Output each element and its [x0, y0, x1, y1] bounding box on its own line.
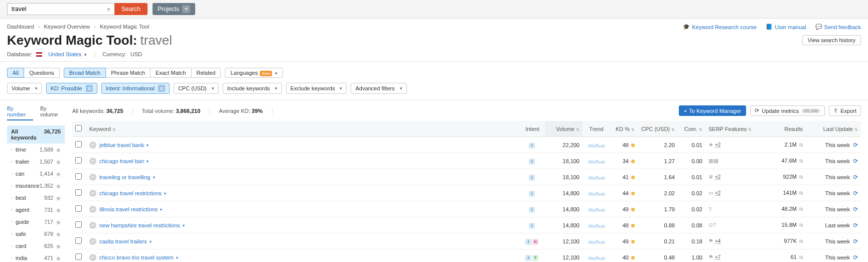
refresh-icon[interactable]: ⟳: [853, 142, 858, 149]
serp-more[interactable]: +7: [715, 254, 720, 260]
eye-icon[interactable]: ◉: [56, 159, 61, 165]
update-metrics-button[interactable]: ⟳Update metrics0/5,000: [750, 105, 825, 116]
chevron-down-icon[interactable]: ▾: [183, 223, 185, 228]
close-icon[interactable]: ✕: [86, 85, 93, 92]
serp-more[interactable]: +2: [715, 190, 720, 196]
tab-questions[interactable]: Questions: [24, 68, 60, 78]
side-tab-volume[interactable]: By volume: [40, 105, 65, 120]
external-link-icon[interactable]: ⧉: [799, 158, 803, 164]
tab-related[interactable]: Related: [191, 68, 221, 78]
keyword-link[interactable]: illinois travel restrictions: [99, 206, 158, 212]
col-results[interactable]: Results: [766, 121, 806, 137]
eye-icon[interactable]: ◉: [56, 147, 61, 153]
add-icon[interactable]: +: [89, 174, 96, 181]
external-link-icon[interactable]: ⧉: [799, 238, 803, 244]
row-checkbox[interactable]: [75, 157, 82, 164]
row-checkbox[interactable]: [75, 237, 82, 244]
add-icon[interactable]: +: [89, 254, 96, 261]
col-cpc[interactable]: CPC (USD)⇅: [638, 121, 678, 137]
row-checkbox[interactable]: [75, 253, 82, 260]
clear-search-icon[interactable]: ×: [106, 6, 114, 13]
search-input[interactable]: [7, 3, 117, 15]
tab-broad[interactable]: Broad Match: [64, 68, 106, 78]
row-checkbox[interactable]: [75, 173, 82, 180]
refresh-icon[interactable]: ⟳: [853, 174, 858, 181]
sidebar-item-india[interactable]: ›india471◉: [7, 252, 65, 262]
pill-advanced[interactable]: Advanced filters▾: [351, 83, 406, 94]
eye-icon[interactable]: ◉: [56, 231, 61, 237]
row-checkbox[interactable]: [75, 189, 82, 196]
chevron-down-icon[interactable]: ▾: [160, 207, 162, 212]
keyword-link[interactable]: chicago travel ban: [99, 158, 144, 164]
tab-all[interactable]: All: [7, 68, 24, 78]
col-volume[interactable]: Volume⇅: [545, 121, 583, 137]
pill-intent[interactable]: Intent: Informational✕: [101, 83, 170, 94]
link-course[interactable]: 🎓Keyword Research course: [683, 24, 757, 30]
col-kd[interactable]: KD %⇅: [610, 121, 638, 137]
export-button[interactable]: ⇪Export: [829, 105, 861, 116]
pill-volume[interactable]: Volume▾: [7, 83, 42, 94]
add-icon[interactable]: +: [89, 190, 96, 197]
chevron-down-icon[interactable]: ▾: [150, 239, 152, 244]
pill-include[interactable]: Include keywords▾: [223, 83, 282, 94]
projects-button[interactable]: Projects +: [153, 3, 195, 15]
to-keyword-manager-button[interactable]: +To Keyword Manager: [679, 105, 746, 116]
link-manual[interactable]: 📘User manual: [766, 24, 806, 30]
add-icon[interactable]: +: [89, 222, 96, 229]
tab-phrase[interactable]: Phrase Match: [105, 68, 151, 78]
side-tab-number[interactable]: By number: [7, 105, 33, 120]
chevron-down-icon[interactable]: ▾: [147, 159, 149, 164]
col-updated[interactable]: Last Update⇅: [806, 121, 861, 137]
pill-exclude[interactable]: Exclude keywords▾: [286, 83, 347, 94]
chevron-down-icon[interactable]: ▾: [176, 255, 178, 260]
chevron-down-icon[interactable]: ▾: [153, 175, 155, 180]
refresh-icon[interactable]: ⟳: [853, 206, 858, 213]
keyword-link[interactable]: chicco bravo trio travel system: [99, 254, 174, 260]
refresh-icon[interactable]: ⟳: [853, 222, 858, 229]
external-link-icon[interactable]: ⧉: [799, 206, 803, 212]
eye-icon[interactable]: ◉: [56, 255, 61, 261]
col-com[interactable]: Com.⇅: [678, 121, 705, 137]
pill-kd[interactable]: KD: Possible✕: [46, 83, 97, 94]
row-checkbox[interactable]: [75, 221, 82, 228]
external-link-icon[interactable]: ⧉: [799, 142, 803, 148]
external-link-icon[interactable]: ⧉: [799, 174, 803, 180]
sidebar-item-insurance[interactable]: ›insurance1,352◉: [7, 180, 65, 192]
eye-icon[interactable]: ◉: [56, 243, 61, 249]
eye-icon[interactable]: ◉: [56, 207, 61, 213]
sidebar-item-trailer[interactable]: ›trailer1,507◉: [7, 156, 65, 168]
add-icon[interactable]: +: [89, 158, 96, 165]
refresh-icon[interactable]: ⟳: [853, 158, 858, 165]
crumb-dashboard[interactable]: Dashboard: [7, 24, 34, 30]
tab-exact[interactable]: Exact Match: [150, 68, 192, 78]
col-keyword[interactable]: Keyword⇅: [86, 121, 520, 137]
eye-icon[interactable]: ◉: [56, 183, 61, 189]
sidebar-item-best[interactable]: ›best932◉: [7, 192, 65, 204]
sidebar-item-safe[interactable]: ›safe678◉: [7, 228, 65, 240]
crumb-overview[interactable]: Keyword Overview: [44, 24, 90, 30]
tab-languages[interactable]: LanguagesBeta▾: [225, 68, 283, 78]
view-history-button[interactable]: View search history: [802, 35, 861, 45]
eye-icon[interactable]: ◉: [56, 195, 61, 201]
link-feedback[interactable]: 💬Send feedback: [815, 24, 861, 30]
close-icon[interactable]: ✕: [158, 85, 165, 92]
row-checkbox[interactable]: [75, 205, 82, 212]
refresh-icon[interactable]: ⟳: [853, 190, 858, 197]
sidebar-item-card[interactable]: ›card625◉: [7, 240, 65, 252]
keyword-link[interactable]: jetblue travel bank: [99, 142, 144, 148]
refresh-icon[interactable]: ⟳: [853, 254, 858, 261]
serp-more[interactable]: +2: [715, 174, 720, 180]
chevron-down-icon[interactable]: ▾: [164, 191, 166, 196]
add-icon[interactable]: +: [89, 206, 96, 213]
keyword-link[interactable]: traveling or travelling: [99, 174, 151, 180]
chevron-down-icon[interactable]: ▾: [147, 143, 149, 148]
eye-icon[interactable]: ◉: [56, 171, 61, 177]
pill-cpc[interactable]: CPC (USD)▾: [174, 83, 219, 94]
select-all-checkbox[interactable]: [75, 125, 82, 132]
sidebar-item-agent[interactable]: ›agent731◉: [7, 204, 65, 216]
serp-more[interactable]: +2: [715, 142, 720, 148]
sidebar-item-time[interactable]: ›time1,589◉: [7, 144, 65, 156]
refresh-icon[interactable]: ⟳: [853, 238, 858, 245]
keyword-link[interactable]: chicago travel restrictions: [99, 190, 162, 196]
db-selector[interactable]: United States▾: [48, 51, 87, 57]
